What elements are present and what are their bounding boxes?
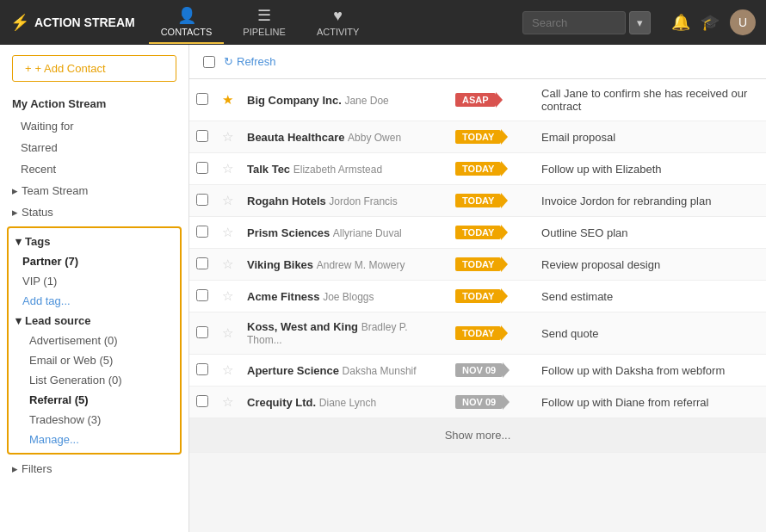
star-icon-1[interactable]: ★ (222, 92, 233, 107)
contact-name-4[interactable]: Rogahn Hotels (247, 195, 326, 207)
row-checkbox-1[interactable] (196, 93, 208, 105)
row-badge-cell-3: TODAY (448, 153, 534, 185)
sidebar-item-recent[interactable]: Recent (0, 158, 188, 180)
row-checkbox-10[interactable] (196, 395, 208, 407)
table-row: ☆ Aperture Science Daksha Munshif NOV 09… (189, 355, 766, 387)
refresh-icon: ↻ (224, 55, 233, 68)
sidebar-item-status[interactable]: ▸ Status (0, 201, 188, 223)
table-row: ☆ Koss, West and King Bradley P. Thom...… (189, 312, 766, 355)
sidebar-tags-header[interactable]: ▾ Tags (9, 232, 180, 251)
row-checkbox-2[interactable] (196, 130, 208, 142)
row-checkbox-6[interactable] (196, 257, 208, 269)
row-star-cell-10: ☆ (215, 387, 240, 418)
star-icon-9[interactable]: ☆ (222, 362, 233, 377)
cap-icon[interactable]: 🎓 (701, 13, 720, 32)
sidebar-add-tag[interactable]: Add tag... (9, 291, 180, 311)
badge-9: NOV 09 (455, 363, 503, 377)
sidebar-item-waiting-for[interactable]: Waiting for (0, 115, 188, 137)
row-checkbox-3[interactable] (196, 162, 208, 174)
contact-name-6[interactable]: Viking Bikes (247, 258, 313, 271)
refresh-label: Refresh (237, 55, 276, 68)
bolt-icon: ⚡ (10, 13, 29, 32)
row-checkbox-4[interactable] (196, 194, 208, 206)
sidebar-lead-manage[interactable]: Manage... (9, 430, 180, 449)
row-star-cell-4: ☆ (215, 185, 240, 217)
nav-activity[interactable]: ♥ ACTIVITY (305, 2, 372, 44)
search-area: ▾ (522, 11, 651, 34)
bell-icon[interactable]: 🔔 (671, 13, 690, 32)
row-task-cell-7: Send estimate (534, 281, 766, 312)
row-checkbox-8[interactable] (196, 326, 208, 338)
row-task-cell-9: Follow up with Daksha from webform (534, 355, 766, 387)
layout: + + Add Contact My Action Stream Waiting… (0, 45, 766, 532)
sidebar-lead-source-header[interactable]: ▾ Lead source (9, 311, 180, 331)
star-icon-5[interactable]: ☆ (222, 225, 233, 239)
star-icon-2[interactable]: ☆ (222, 129, 233, 144)
search-dropdown-btn[interactable]: ▾ (629, 11, 651, 34)
row-checkbox-cell-4 (189, 185, 215, 217)
sidebar-lead-referral[interactable]: Referral (5) (9, 390, 180, 410)
contact-name-8[interactable]: Koss, West and King (247, 320, 358, 333)
contact-name-9[interactable]: Aperture Science (247, 364, 339, 377)
row-checkbox-7[interactable] (196, 289, 208, 301)
badge-2: TODAY (455, 130, 501, 144)
row-checkbox-cell-10 (189, 387, 215, 418)
row-name-cell-5: Prism Sciences Allyriane Duval (240, 217, 448, 249)
sidebar-lead-tradeshow[interactable]: Tradeshow (3) (9, 410, 180, 430)
sidebar: + + Add Contact My Action Stream Waiting… (0, 45, 189, 532)
sidebar-item-team-stream[interactable]: ▸ Team Stream (0, 180, 188, 201)
row-name-cell-8: Koss, West and King Bradley P. Thom... (240, 312, 448, 355)
star-icon-4[interactable]: ☆ (222, 193, 233, 207)
show-more-button[interactable]: Show more... (189, 418, 766, 453)
show-more-row[interactable]: Show more... (189, 418, 766, 453)
contact-name-5[interactable]: Prism Sciences (247, 226, 330, 239)
task-text-1: Call Jane to confirm she has received ou… (541, 87, 747, 113)
status-arrow-icon: ▸ (12, 206, 18, 219)
contact-person-6: Andrew M. Mowery (317, 259, 405, 271)
contact-person-7: Joe Bloggs (323, 291, 374, 303)
sidebar-tag-vip[interactable]: VIP (1) (9, 271, 180, 291)
contact-person-1: Jane Doe (344, 95, 388, 107)
star-icon-10[interactable]: ☆ (222, 394, 233, 409)
row-star-cell-1: ★ (215, 79, 240, 121)
sidebar-lead-advertisement[interactable]: Advertisement (0) (9, 331, 180, 350)
task-text-7: Send estimate (541, 290, 613, 303)
row-badge-cell-9: NOV 09 (448, 355, 534, 387)
star-icon-3[interactable]: ☆ (222, 161, 233, 176)
star-icon-7[interactable]: ☆ (222, 288, 233, 303)
add-contact-button[interactable]: + + Add Contact (12, 55, 176, 82)
pipeline-icon: ☰ (257, 6, 271, 25)
badge-10: NOV 09 (455, 395, 503, 409)
row-badge-cell-10: NOV 09 (448, 387, 534, 418)
refresh-button[interactable]: ↻ Refresh (224, 55, 276, 68)
row-task-cell-6: Review proposal design (534, 249, 766, 281)
contact-name-1[interactable]: Big Company Inc. (247, 94, 342, 107)
select-all-checkbox[interactable] (203, 56, 215, 68)
row-checkbox-cell-3 (189, 153, 215, 185)
sidebar-lead-email-web[interactable]: Email or Web (5) (9, 350, 180, 370)
row-task-cell-5: Outline SEO plan (534, 217, 766, 249)
contact-name-3[interactable]: Talk Tec (247, 163, 290, 176)
star-icon-8[interactable]: ☆ (222, 325, 233, 340)
row-checkbox-9[interactable] (196, 363, 208, 375)
user-avatar[interactable]: U (730, 9, 756, 35)
sidebar-item-starred[interactable]: Starred (0, 137, 188, 158)
nav-contacts[interactable]: 👤 CONTACTS (149, 1, 225, 44)
contact-name-7[interactable]: Acme Fitness (247, 290, 320, 303)
team-stream-arrow-icon: ▸ (12, 184, 18, 197)
contact-person-4: Jordon Francis (329, 195, 397, 207)
contact-name-10[interactable]: Crequity Ltd. (247, 396, 316, 409)
sidebar-item-filters[interactable]: ▸ Filters (0, 458, 188, 479)
contact-person-2: Abby Owen (348, 132, 401, 144)
contact-name-2[interactable]: Beauta Healthcare (247, 131, 344, 144)
sidebar-tag-partner[interactable]: Partner (7) (9, 251, 180, 271)
row-name-cell-10: Crequity Ltd. Diane Lynch (240, 387, 448, 418)
row-checkbox-cell-6 (189, 249, 215, 281)
row-checkbox-5[interactable] (196, 226, 208, 238)
nav-pipeline[interactable]: ☰ PIPELINE (231, 1, 298, 44)
sidebar-lead-list-generation[interactable]: List Generation (0) (9, 370, 180, 390)
table-row: ☆ Crequity Ltd. Diane Lynch NOV 09 Follo… (189, 387, 766, 418)
badge-5: TODAY (455, 226, 501, 239)
star-icon-6[interactable]: ☆ (222, 257, 233, 271)
search-input[interactable] (522, 11, 626, 34)
